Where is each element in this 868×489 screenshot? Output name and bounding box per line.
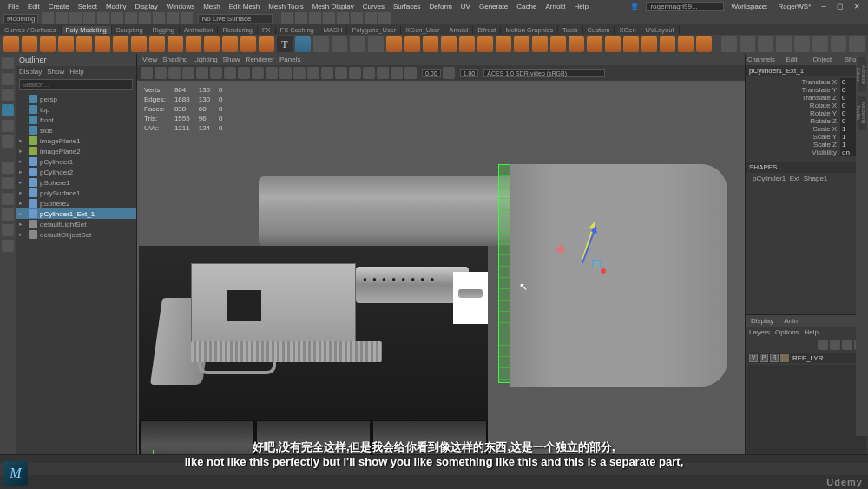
poly-soccer-icon[interactable]	[240, 36, 256, 52]
poly-cylinder-icon[interactable]	[40, 36, 56, 52]
outliner-search-input[interactable]	[19, 79, 133, 90]
channel-attr[interactable]: Scale Y1	[746, 133, 868, 141]
channel-attr[interactable]: Translate Y0	[746, 86, 868, 94]
statusline-icon[interactable]	[295, 12, 307, 24]
cb-shape-name[interactable]: pCylinder1_Ext_Shape1	[746, 173, 868, 184]
statusline-icon[interactable]	[351, 12, 363, 24]
shelf-icon[interactable]	[368, 36, 384, 52]
channel-attr[interactable]: Scale X1	[746, 125, 868, 133]
vp-gamma[interactable]: 0.00	[422, 69, 441, 77]
vp-icon[interactable]	[224, 67, 236, 79]
manip-center[interactable]	[556, 244, 565, 254]
cb-tab-object[interactable]: Object	[807, 54, 838, 65]
layer-color-swatch[interactable]	[780, 354, 789, 362]
channel-attr[interactable]: Translate Z0	[746, 94, 868, 102]
vp-icon[interactable]	[238, 67, 250, 79]
statusline-icon[interactable]	[153, 12, 165, 24]
outliner-node[interactable]: front	[16, 115, 136, 125]
shelf-icon[interactable]	[721, 36, 737, 52]
shelf-icon[interactable]	[678, 36, 694, 52]
layer-tab-anim[interactable]: Anim	[779, 315, 805, 327]
vp-icon[interactable]	[210, 67, 222, 79]
type-tool-icon[interactable]: T	[277, 36, 293, 52]
shelf-tab[interactable]: Curves / Surfaces	[0, 26, 62, 34]
shelf-icon[interactable]	[423, 36, 438, 52]
shelf-tab[interactable]: Arnold	[444, 26, 473, 34]
poly-superellipse-icon[interactable]	[259, 36, 274, 52]
attribute-editor-tab[interactable]: Attribute Editor	[858, 57, 866, 92]
shelf-tab[interactable]: UVLayout	[641, 26, 680, 34]
vp-icon[interactable]	[252, 67, 264, 79]
vp-icon[interactable]	[168, 67, 181, 79]
shelf-icon[interactable]	[605, 36, 621, 52]
vp-icon[interactable]	[141, 67, 153, 79]
time-slider[interactable]	[0, 454, 868, 463]
statusline-icon[interactable]	[125, 12, 137, 24]
shelf-icon[interactable]	[587, 36, 602, 52]
statusline-icon[interactable]	[181, 12, 193, 24]
cb-tab-edit[interactable]: Edit	[777, 54, 807, 65]
shelf-tab[interactable]: FX	[258, 26, 276, 34]
paint-select-icon[interactable]	[2, 89, 14, 101]
statusline-icon[interactable]	[309, 12, 321, 24]
shelf-icon[interactable]	[459, 36, 475, 52]
layer-menu-options[interactable]: Options	[775, 328, 799, 336]
menu-curves[interactable]: Curves	[359, 3, 388, 10]
vp-menu-shading[interactable]: Shading	[162, 56, 187, 63]
manip-x-axis[interactable]	[601, 268, 606, 274]
manip-z-axis[interactable]	[582, 227, 596, 263]
outliner-tree[interactable]: persptopfrontside▸imagePlane1▸imagePlane…	[16, 92, 136, 471]
layer-tab-display[interactable]: Display	[746, 315, 779, 327]
layout-icon[interactable]	[2, 224, 14, 236]
mode-dropdown[interactable]: Modeling	[3, 14, 38, 23]
user-dropdown[interactable]: rogermagri99...	[646, 2, 724, 11]
poly-torus-icon[interactable]	[76, 36, 92, 52]
vp-icon[interactable]	[279, 67, 292, 79]
shelf-icon[interactable]	[550, 36, 566, 52]
vp-exposure[interactable]: 1.00	[460, 69, 479, 77]
outliner-node[interactable]: ▸pCylinder2	[16, 167, 136, 177]
shelf-icon[interactable]	[794, 36, 810, 52]
statusline-icon[interactable]	[139, 12, 151, 24]
outliner-node[interactable]: ▸imagePlane2	[16, 146, 136, 156]
vp-icon[interactable]	[182, 67, 194, 79]
shelf-icon[interactable]	[441, 36, 457, 52]
statusline-icon[interactable]	[378, 12, 391, 24]
poly-platonic-icon[interactable]	[131, 36, 147, 52]
live-surface-dropdown[interactable]: No Live Surface	[198, 14, 273, 23]
menu-generate[interactable]: Generate	[476, 3, 511, 10]
menu-meshtools[interactable]: Mesh Tools	[265, 3, 306, 10]
shelf-tab[interactable]: Bifrost	[473, 26, 501, 34]
vp-colorspace-dropdown[interactable]: ACES 1.0 SDR-video (sRGB)	[483, 69, 605, 77]
shelf-icon[interactable]	[776, 36, 792, 52]
vp-icon[interactable]	[335, 67, 347, 79]
outliner-node[interactable]: side	[16, 125, 136, 135]
shelf-tab[interactable]: Custom	[583, 26, 615, 34]
shelf-tab[interactable]: XGen_User	[401, 26, 444, 34]
statusline-icon[interactable]	[365, 12, 377, 24]
vp-icon[interactable]	[321, 67, 333, 79]
menu-cache[interactable]: Cache	[513, 3, 540, 10]
shelf-icon[interactable]	[660, 36, 675, 52]
shelf-icon[interactable]	[350, 36, 365, 52]
modeling-toolkit-tab[interactable]: Modeling Toolkit	[858, 96, 866, 130]
channel-attr[interactable]: Rotate Y0	[746, 109, 868, 117]
shelf-icon[interactable]	[623, 36, 639, 52]
select-tool-icon[interactable]	[2, 57, 14, 69]
svg-icon[interactable]	[295, 36, 311, 52]
outliner-node[interactable]: ▸defaultLightSet	[16, 219, 136, 229]
layer-row[interactable]: V P R REF_LYR	[747, 353, 866, 363]
vp-icon[interactable]	[404, 67, 417, 79]
vp-icon[interactable]	[196, 67, 208, 79]
poly-plane-icon[interactable]	[95, 36, 110, 52]
menu-file[interactable]: File	[4, 3, 23, 10]
shelf-tab[interactable]: Animation	[180, 26, 218, 34]
scale-tool-icon[interactable]	[2, 135, 14, 148]
shelf-icon[interactable]	[569, 36, 584, 52]
outliner-node[interactable]: ▸pSphere1	[16, 177, 136, 188]
shelf-tab[interactable]: Polygons_User	[347, 26, 401, 34]
vp-menu-lighting[interactable]: Lighting	[194, 56, 218, 63]
statusline-icon[interactable]	[167, 12, 179, 24]
poly-pipe-icon[interactable]	[186, 36, 201, 52]
shelf-icon[interactable]	[641, 36, 657, 52]
